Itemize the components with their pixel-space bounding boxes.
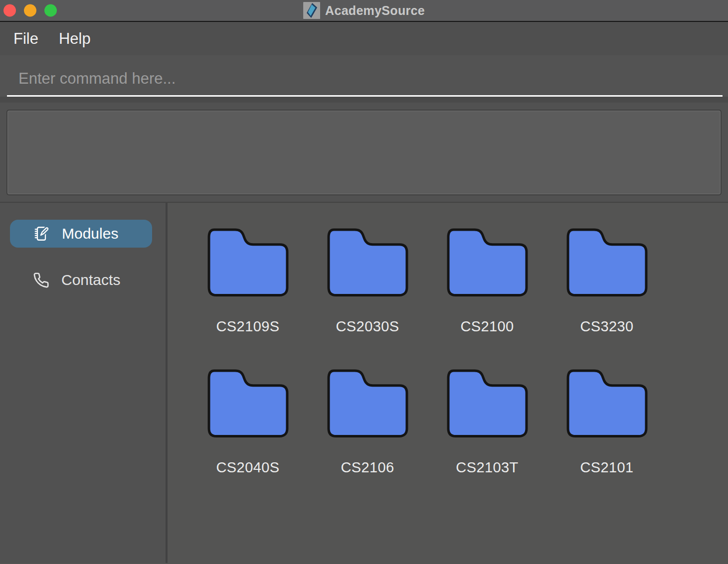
module-folder[interactable]: CS2040S xyxy=(188,368,308,476)
phone-icon xyxy=(33,272,49,288)
module-folder[interactable]: CS2101 xyxy=(547,368,667,476)
folder-label: CS2030S xyxy=(336,318,399,335)
sidebar-item-contacts[interactable]: Contacts xyxy=(10,266,152,294)
module-folder[interactable]: CS3230 xyxy=(547,227,667,335)
folder-label: CS2109S xyxy=(216,318,280,335)
folder-icon xyxy=(446,368,529,439)
content-area: Modules Contacts CS2109S xyxy=(0,202,728,563)
sidebar-item-label: Modules xyxy=(62,225,118,242)
menu-item-file[interactable]: File xyxy=(13,30,38,48)
folder-label: CS2100 xyxy=(460,318,514,335)
module-grid: CS2109S CS2030S CS2100 CS3230 xyxy=(188,227,728,476)
app-logo-icon xyxy=(303,2,320,19)
folder-icon xyxy=(565,368,649,439)
folder-label: CS2103T xyxy=(456,459,518,476)
folder-label: CS2101 xyxy=(580,459,633,476)
folder-icon xyxy=(326,227,409,298)
sidebar-item-label: Contacts xyxy=(61,272,120,288)
folder-icon xyxy=(326,368,409,439)
folder-icon xyxy=(565,227,649,298)
module-panel: CS2109S CS2030S CS2100 CS3230 xyxy=(168,203,728,563)
command-input-underline xyxy=(7,95,723,97)
module-folder[interactable]: CS2030S xyxy=(308,227,427,335)
minimize-button[interactable] xyxy=(24,4,36,17)
traffic-lights xyxy=(3,4,57,17)
section-divider xyxy=(0,97,728,103)
folder-icon xyxy=(206,368,290,439)
sidebar: Modules Contacts xyxy=(0,203,166,563)
result-section xyxy=(0,103,728,202)
close-button[interactable] xyxy=(3,4,16,17)
titlebar: AcademySource xyxy=(0,0,728,22)
result-display[interactable] xyxy=(6,110,722,195)
app-window: { "titlebar": { "app_title": "AcademySou… xyxy=(0,0,728,564)
maximize-button[interactable] xyxy=(44,4,57,17)
notebook-pencil-icon xyxy=(33,225,50,242)
module-folder[interactable]: CS2106 xyxy=(308,368,427,476)
module-folder[interactable]: CS2109S xyxy=(188,227,308,335)
module-folder[interactable]: CS2100 xyxy=(427,227,547,335)
sidebar-item-modules[interactable]: Modules xyxy=(10,220,152,248)
module-folder[interactable]: CS2103T xyxy=(427,368,547,476)
app-title: AcademySource xyxy=(325,3,425,18)
command-section xyxy=(0,55,728,97)
command-input[interactable] xyxy=(0,55,728,97)
menubar: File Help xyxy=(0,22,728,55)
folder-icon xyxy=(446,227,529,298)
menu-item-help[interactable]: Help xyxy=(59,30,91,48)
folder-label: CS3230 xyxy=(580,318,633,335)
folder-icon xyxy=(206,227,290,298)
folder-label: CS2106 xyxy=(341,459,394,476)
folder-label: CS2040S xyxy=(216,459,280,476)
